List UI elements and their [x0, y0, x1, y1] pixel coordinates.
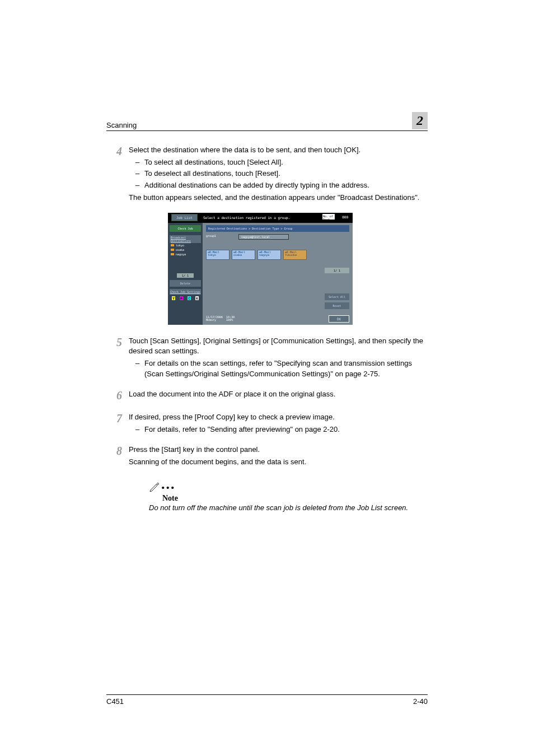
note-heading: Note: [162, 494, 428, 503]
step-text: Load the document into the ADF or place …: [129, 389, 428, 399]
step-number: 6: [106, 389, 129, 402]
reset-button[interactable]: Reset: [325, 302, 349, 309]
folder-icon: [171, 244, 174, 246]
toner-lamps: Y M C K: [170, 296, 201, 300]
step-6: 6 Load the document into the ADF or plac…: [106, 389, 428, 402]
step-followup: Scanning of the document begins, and the…: [129, 457, 428, 467]
note-block: ... Note Do not turn off the machine unt…: [149, 477, 428, 513]
device-screenshot: Job List Select a destination registered…: [168, 213, 353, 325]
step-text: Select the destination where the data is…: [129, 145, 428, 155]
step-4: 4 Select the destination where the data …: [106, 145, 428, 203]
instruction-text: Select a destination registered in a gro…: [203, 216, 290, 220]
footer-right: 2-40: [413, 697, 428, 706]
group-address: nagoya@test.local: [238, 234, 289, 240]
step-text: Touch [Scan Settings], [Original Setting…: [129, 336, 428, 356]
note-text: Do not turn off the machine until the sc…: [149, 503, 428, 513]
chapter-number: 2: [412, 112, 428, 129]
sidebar: Check Job Broadcast Destinations tokyo o…: [168, 223, 203, 325]
step-8: 8 Press the [Start] key in the control p…: [106, 445, 428, 467]
job-list-button[interactable]: Job List: [171, 214, 198, 221]
step-number: 4: [106, 145, 129, 203]
step-sub: To select all destinations, touch [Selec…: [144, 157, 428, 167]
page-indicator-small: 1/ 1: [177, 273, 194, 278]
page-footer: C451 2-40: [106, 694, 428, 706]
check-settings-button[interactable]: Check Job Settings: [170, 289, 201, 295]
step-5: 5 Touch [Scan Settings], [Original Setti…: [106, 336, 428, 379]
page-header: Scanning 2: [106, 112, 428, 131]
folder-icon: [171, 249, 174, 251]
pen-icon: [149, 480, 160, 492]
step-number: 7: [106, 412, 129, 435]
header-title: Scanning: [106, 121, 137, 129]
step-sub: For details on the scan settings, refer …: [144, 358, 428, 379]
step-text: Press the [Start] key in the control pan…: [129, 445, 428, 455]
breadcrumb: Registered Destinations > Destination Ty…: [206, 225, 349, 232]
step-number: 8: [106, 445, 129, 467]
destination-button[interactable]: ✉E-Mailtokyo: [206, 250, 229, 260]
time-mempct: 19:38100%: [226, 316, 235, 322]
page-indicator: 1/ 1: [325, 268, 349, 273]
delete-button[interactable]: Delete: [170, 280, 201, 287]
broadcast-item[interactable]: osaka: [170, 248, 201, 252]
destination-button[interactable]: ✉E-Mailosaka: [232, 250, 255, 260]
step-sub: For details, refer to "Sending after pre…: [144, 424, 428, 435]
step-7: 7 If desired, press the [Proof Copy] key…: [106, 412, 428, 435]
folder-icon: [171, 253, 174, 255]
destination-button-selected[interactable]: ✉E-Mailfukuoka: [283, 250, 307, 260]
select-all-button[interactable]: Select All: [325, 293, 349, 300]
step-sub: Additional destinations can be added by …: [144, 180, 428, 190]
destination-counter: 000: [342, 215, 348, 219]
footer-left: C451: [106, 697, 124, 706]
date-memory: 11/17/2006Memory: [206, 316, 223, 322]
check-job-button[interactable]: Check Job: [170, 225, 201, 232]
step-text: If desired, press the [Proof Copy] key t…: [129, 412, 428, 422]
note-dots: ...: [161, 477, 176, 492]
ok-button[interactable]: OK: [329, 315, 349, 323]
main-panel: Registered Destinations > Destination Ty…: [203, 223, 353, 325]
step-number: 5: [106, 336, 129, 379]
step-sub: To deselect all destinations, touch [Res…: [144, 169, 428, 179]
broadcast-header: Broadcast Destinations: [170, 235, 201, 243]
destination-button[interactable]: ✉E-Mailnagoya: [257, 250, 281, 260]
broadcast-item[interactable]: tokyo: [170, 243, 201, 248]
destination-count-indicator: No. ofDest.: [322, 214, 335, 220]
group-label: group1: [206, 234, 216, 240]
step-followup: The button appears selected, and the des…: [129, 193, 428, 203]
broadcast-item[interactable]: nagoya: [170, 252, 201, 256]
